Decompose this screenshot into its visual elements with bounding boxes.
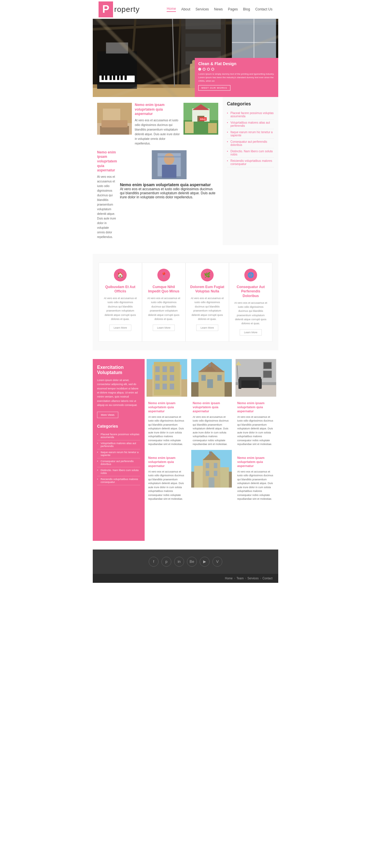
learn-more-btn-1[interactable]: Learn More	[109, 324, 131, 331]
breadcrumb-services[interactable]: Services	[248, 577, 259, 580]
portfolio-cell-5	[189, 450, 234, 541]
category-item-6[interactable]: Reiciendis voluprtatibus malores consequ…	[227, 158, 274, 167]
property-card-center: Nemo enim ipsam voluprtatem quia asperna…	[120, 150, 218, 240]
service-card-2: 📍 Cumque Nihil Impedit Quo Minus At vero…	[142, 262, 186, 342]
service-title-4: Consequatur Aut Perferendis Doloribus	[234, 285, 268, 299]
svg-rect-58	[163, 366, 167, 372]
breadcrumb-sep-3: ›	[260, 577, 261, 580]
portfolio-item-1-info: Nemo enim ipsam voluprtatem quia asperna…	[145, 398, 189, 450]
hero-section: Clean & Flat Design Lorem Ipsum is simpl…	[93, 19, 278, 97]
category-item-5[interactable]: Distinctio. Nam libero cum soluta nobis	[227, 148, 274, 158]
portfolio-item-2-info: Nemo enim ipsam voluprtatem quia asperna…	[189, 398, 234, 450]
property-title-2: Nemo enim ipsam voluprtatem quia asperna…	[97, 150, 117, 173]
service-card-1: 🏠 Quibusdam Et Aut Officiis At vero eos …	[98, 262, 142, 342]
property-image-1	[97, 103, 132, 135]
social-pinterest[interactable]: p	[162, 557, 171, 567]
svg-rect-63	[155, 383, 160, 390]
footer-breadcrumb: Home › Team › Services › Contact	[93, 574, 278, 583]
portfolio-item-2-body: At vero eos et accusamus et iusto odio d…	[193, 415, 230, 446]
svg-rect-51	[162, 165, 176, 178]
svg-line-5	[177, 19, 181, 97]
svg-text:SOLD: SOLD	[200, 118, 205, 120]
svg-rect-57	[155, 366, 160, 372]
nav-news[interactable]: News	[214, 7, 223, 11]
nav-blog[interactable]: Blog	[243, 7, 250, 11]
services-grid: 🏠 Quibusdam Et Aut Officiis At vero eos …	[98, 262, 273, 342]
breadcrumb-team[interactable]: Team	[236, 577, 244, 580]
svg-rect-99	[220, 467, 229, 488]
social-behance[interactable]: Be	[187, 557, 197, 567]
social-facebook[interactable]: f	[149, 557, 159, 567]
properties-panel: Nemo enim ipsam voluprtatem quia asperna…	[93, 97, 223, 245]
nav-about[interactable]: About	[181, 7, 190, 11]
more-views-button[interactable]: More Views	[97, 412, 118, 418]
portfolio-cat-5[interactable]: Distinctio. Nam libero cum soluta nobis	[97, 467, 140, 476]
meet-works-button[interactable]: MEET OUR WORKS	[198, 85, 230, 91]
living-room-svg	[97, 103, 132, 135]
dot-4[interactable]	[211, 68, 214, 71]
svg-rect-52	[158, 156, 180, 157]
dot-3[interactable]	[207, 68, 210, 71]
dot-2[interactable]	[203, 68, 205, 71]
learn-more-btn-2[interactable]: Learn More	[153, 324, 175, 331]
property-body-2: At vero eos et accusamus et iusto odio d…	[97, 175, 117, 240]
svg-rect-12	[102, 75, 104, 80]
service-card-4: 🌐 Consequatur Aut Perferendis Doloribus …	[229, 262, 273, 342]
portfolio-cell-4: Nemo enim ipsam voluprtatem quia asperna…	[145, 450, 189, 541]
category-item-1[interactable]: Placeat facere possimus voluptas assumen…	[227, 110, 274, 120]
service-title-1: Quibusdam Et Aut Officiis	[103, 285, 137, 294]
portfolio-cat-3[interactable]: Itaque earum rerum hic tenetur a sapient…	[97, 450, 140, 458]
nav-contact[interactable]: Contact Us	[255, 7, 273, 11]
category-item-2[interactable]: Voluprtatibus malores alias aut perferen…	[227, 120, 274, 129]
category-item-3[interactable]: Itaque earum rerum hic tenetur a sapient…	[227, 129, 274, 139]
portfolio-cat-6[interactable]: Reiciendis voluprtatibus malores consequ…	[97, 476, 140, 485]
social-youtube[interactable]: ▶	[200, 557, 209, 567]
svg-rect-73	[218, 375, 222, 381]
social-icons-row: f p in Be ▶ V	[98, 557, 273, 567]
portfolio-sidebar: Exercitation Voluptatum Lorem ipsum dolo…	[93, 359, 145, 541]
portfolio-item-4-body: At vero eos et accusamus et iusto odio d…	[148, 470, 186, 501]
main-content-section: Nemo enim ipsam voluprtatem quia asperna…	[93, 97, 278, 245]
nav-pages[interactable]: Pages	[228, 7, 238, 11]
property-card-left: Nemo enim ipsam voluprtatem quia asperna…	[97, 150, 117, 240]
category-item-4[interactable]: Consequatur aut perferendis doloribus	[227, 139, 274, 148]
gap-1	[93, 245, 278, 254]
portfolio-cat-2[interactable]: Voluprtatibus malores alias aut perferen…	[97, 440, 140, 450]
service-icon-2: 📍	[158, 269, 170, 281]
portfolio-item-4-title: Nemo enim ipsam voluprtatem quia asperna…	[148, 456, 186, 468]
svg-rect-45	[208, 123, 217, 133]
svg-rect-65	[170, 383, 174, 390]
portfolio-img-2	[189, 359, 234, 397]
svg-rect-62	[170, 375, 174, 381]
portfolio-cell-6: Nemo enim ipsam voluprtatem quia asperna…	[234, 450, 278, 541]
nav-home[interactable]: Home	[167, 7, 176, 12]
svg-rect-61	[163, 375, 167, 381]
breadcrumb-home[interactable]: Home	[225, 577, 233, 580]
svg-rect-13	[105, 75, 108, 80]
breadcrumb-contact[interactable]: Contact	[263, 577, 273, 580]
nav-services[interactable]: Services	[196, 7, 209, 11]
portfolio-cell-1: Nemo enim ipsam voluprtatem quia asperna…	[145, 359, 189, 450]
social-vimeo[interactable]: V	[212, 557, 222, 567]
svg-rect-96	[214, 471, 218, 476]
svg-rect-95	[206, 471, 209, 476]
breadcrumb-sep-2: ›	[245, 577, 246, 580]
portfolio-section: Exercitation Voluptatum Lorem ipsum dolo…	[93, 359, 278, 541]
learn-more-btn-4[interactable]: Learn More	[240, 329, 262, 336]
sidebar-panel: Categories Placeat facere possimus volup…	[223, 97, 278, 245]
svg-rect-17	[121, 75, 123, 80]
learn-more-btn-3[interactable]: Learn More	[196, 324, 218, 331]
portfolio-item-6-body: At vero eos et accusamus et iusto odio d…	[237, 470, 275, 501]
property-info-1: Nemo enim ipsam voluprtatem quia asperna…	[135, 103, 180, 146]
social-linkedin[interactable]: in	[174, 557, 184, 567]
svg-rect-14	[110, 75, 112, 80]
svg-rect-71	[207, 379, 213, 388]
portfolio-cat-4[interactable]: Consequatur aut perferendis doloribus	[97, 458, 140, 467]
portfolio-categories-list: Placeat facere possimus voluptas assumen…	[97, 431, 140, 485]
dot-1[interactable]	[198, 68, 201, 71]
svg-rect-44	[185, 122, 194, 133]
service-body-1: At vero eos et accusamus et iusto odio d…	[103, 296, 137, 321]
svg-rect-84	[264, 363, 271, 369]
hero-info-box: Clean & Flat Design Lorem Ipsum is simpl…	[195, 58, 278, 97]
portfolio-cat-1[interactable]: Placeat facere possimus voluptas assumen…	[97, 431, 140, 440]
